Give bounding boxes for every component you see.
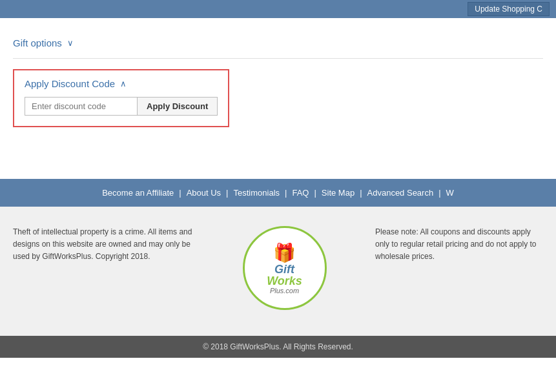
discount-title-row: Apply Discount Code ∧	[25, 78, 218, 89]
footer-nav-faq[interactable]: FAQ	[292, 188, 309, 198]
gift-options-row: Gift options ∨	[13, 31, 543, 59]
discount-section: Apply Discount Code ∧ Apply Discount	[13, 69, 229, 127]
footer-nav-sep-3: |	[285, 188, 287, 198]
top-bar: Update Shopping C	[0, 0, 556, 18]
footer-nav-advanced-search[interactable]: Advanced Search	[367, 188, 434, 198]
logo-circle: 🎁 Gift Works Plus.com	[243, 226, 327, 310]
footer-nav-sep-5: |	[360, 188, 362, 198]
gift-options-chevron-icon: ∨	[67, 38, 74, 48]
logo-gift-icon: 🎁	[273, 242, 296, 263]
footer-nav-testimonials[interactable]: Testimonials	[234, 188, 280, 198]
footer-info: Theft of intellectual property is a crim…	[0, 207, 556, 336]
footer-nav-about-us[interactable]: About Us	[187, 188, 221, 198]
logo-text-works: Works	[267, 275, 302, 287]
footer-nav-sep-6: |	[438, 188, 440, 198]
logo-text-gift: Gift	[274, 263, 294, 275]
footer-nav-sep-4: |	[314, 188, 316, 198]
discount-title: Apply Discount Code	[25, 78, 115, 89]
footer-nav-sitemap[interactable]: Site Map	[322, 188, 355, 198]
footer-copyright-text: Theft of intellectual property is a crim…	[13, 226, 194, 263]
footer-nav-sep-2: |	[226, 188, 228, 198]
bottom-bar: © 2018 GiftWorksPlus. All Rights Reserve…	[0, 336, 556, 358]
main-content: Gift options ∨ Apply Discount Code ∧ App…	[0, 18, 556, 153]
footer-nav: Become an Affiliate | About Us | Testimo…	[0, 179, 556, 207]
footer-logo: 🎁 Gift Works Plus.com	[194, 226, 375, 310]
footer-note-text: Please note: All coupons and discounts a…	[375, 226, 543, 263]
footer-nav-sep-1: |	[179, 188, 181, 198]
apply-discount-button[interactable]: Apply Discount	[138, 97, 218, 116]
discount-code-input[interactable]	[25, 97, 138, 116]
logo-text-plus: Plus.com	[270, 287, 299, 294]
footer-nav-become-affiliate[interactable]: Become an Affiliate	[102, 188, 174, 198]
copyright-text: © 2018 GiftWorksPlus. All Rights Reserve…	[203, 342, 353, 351]
discount-input-row: Apply Discount	[25, 97, 218, 116]
discount-chevron-icon[interactable]: ∧	[120, 79, 127, 88]
footer-nav-extra[interactable]: W	[446, 188, 454, 198]
gift-options-toggle[interactable]: Gift options	[13, 37, 62, 48]
update-shopping-cart-button[interactable]: Update Shopping C	[468, 2, 550, 16]
